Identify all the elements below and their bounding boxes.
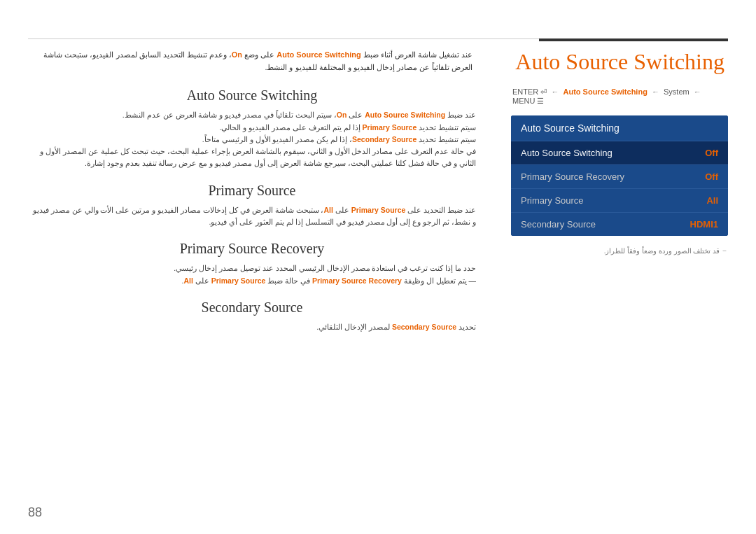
highlight-primary: Primary Source (363, 123, 417, 132)
section-body-recovery: حدد ما إذا كنت ترغب في استعادة مصدر الإد… (28, 262, 476, 287)
breadcrumb: ENTER ⏎ ← Auto Source Switching ← System… (511, 87, 728, 106)
highlight-recovery: Primary Source Recovery (312, 276, 402, 285)
menu-item-label-secondary-source: Secondary Source (521, 219, 596, 230)
breadcrumb-arrow-1: ← (551, 87, 559, 96)
page-number: 88 (28, 505, 42, 520)
footer-note: قد تختلف الصور وردة وضعاً وفقاً للطراز. (511, 246, 728, 256)
menu-item-label-primary-recovery: Primary Source Recovery (521, 171, 624, 182)
breadcrumb-menu-icon: ☰ (537, 97, 544, 105)
section-primary-recovery: Primary Source Recovery حدد ما إذا كنت ت… (28, 241, 476, 287)
section-body-secondary: تحديد Secondary Source لمصدر الإدخال الت… (28, 321, 476, 333)
highlight-primary-src: Primary Source (351, 206, 406, 214)
section-primary-source: Primary Source عند ضبط التحديد على Prima… (28, 183, 476, 229)
menu-item-label-auto-source: Auto Source Switching (521, 148, 612, 158)
right-panel: Auto Source Switching ENTER ⏎ ← Auto Sou… (511, 49, 728, 256)
intro-text: عند تشغيل شاشة العرض أثناء ضبط Auto Sour… (28, 49, 476, 73)
section-title-recovery: Primary Source Recovery (28, 241, 476, 257)
highlight-on: On (337, 111, 347, 119)
menu-item-value-primary-recovery: Off (705, 171, 718, 182)
breadcrumb-enter-icon: ⏎ (540, 87, 547, 96)
menu-item-primary-recovery[interactable]: Primary Source Recovery Off (511, 164, 728, 188)
breadcrumb-arrow-2: ← (652, 87, 659, 96)
menu-item-value-secondary-source: HDMI1 (690, 219, 718, 230)
section-title-primary: Primary Source (28, 183, 476, 199)
section-body-primary: عند ضبط التحديد على Primary Source على A… (28, 204, 476, 229)
section-title-auto-source: Auto Source Switching (28, 87, 476, 104)
breadcrumb-enter-label: ENTER (512, 87, 538, 96)
menu-box: Auto Source Switching Auto Source Switch… (511, 115, 728, 236)
highlight-secondary: Secondary Source (352, 135, 416, 143)
highlight-all: All (323, 206, 332, 214)
breadcrumb-item-menu: MENU (512, 97, 535, 105)
main-title: Auto Source Switching (511, 49, 728, 75)
right-top-accent (539, 38, 728, 41)
intro-highlight-1: Auto Source Switching (276, 50, 360, 59)
menu-item-primary-source[interactable]: Primary Source All (511, 188, 728, 212)
menu-item-auto-source[interactable]: Auto Source Switching Off (511, 141, 728, 164)
intro-highlight-on: On (232, 50, 242, 59)
menu-header: Auto Source Switching (511, 115, 728, 141)
highlight-primary-src-2: Primary Source (211, 276, 266, 285)
menu-item-label-primary-source: Primary Source (521, 195, 584, 206)
menu-item-value-primary-source: All (706, 195, 718, 206)
breadcrumb-item-system: System (664, 87, 690, 96)
section-secondary-source: Secondary Source تحديد Secondary Source … (28, 300, 476, 333)
highlight-all-2: All (184, 276, 193, 285)
menu-item-secondary-source[interactable]: Secondary Source HDMI1 (511, 212, 728, 236)
breadcrumb-item-auto-source: Auto Source Switching (563, 87, 647, 96)
highlight-secondary-src: Secondary Source (392, 323, 456, 331)
section-auto-source: Auto Source Switching عند ضبط Auto Sourc… (28, 87, 476, 170)
breadcrumb-arrow-3: ← (694, 87, 701, 96)
highlight-auto: Auto Source Switching (365, 111, 445, 119)
section-body-auto-source: عند ضبط Auto Source Switching على On، سي… (28, 109, 476, 170)
left-panel: عند تشغيل شاشة العرض أثناء ضبط Auto Sour… (28, 49, 476, 506)
menu-item-value-auto-source: Off (705, 148, 718, 158)
section-title-secondary: Secondary Source (28, 300, 476, 316)
